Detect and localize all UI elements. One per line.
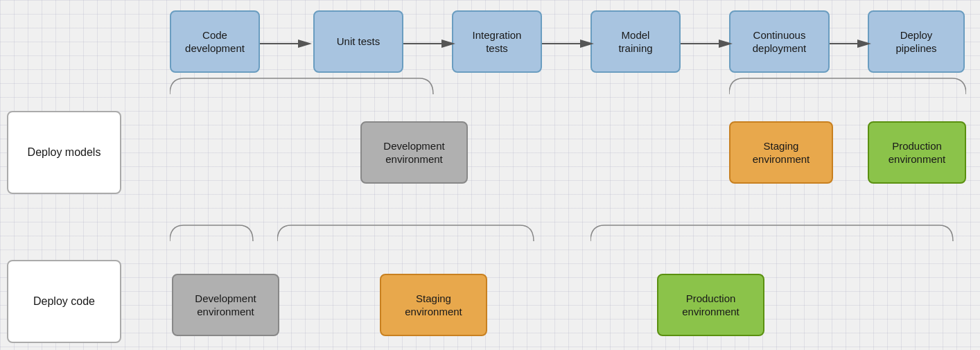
step-deploy-pipelines: Deploypipelines [868,10,965,73]
arrow-1 [260,38,315,49]
svg-marker-7 [719,40,733,48]
step-model-training: Modeltraining [590,10,681,73]
production-env-models: Production environment [868,121,966,184]
arrow-5 [830,38,873,49]
deploy-code-label: Deploy code [7,260,121,343]
dev-env-code: Development environment [172,274,279,336]
step-continuous-deployment: Continuousdeployment [729,10,830,73]
bracket-models-stagprod [729,75,966,96]
bracket-models-dev [170,75,683,96]
staging-env-code: Staging environment [380,274,487,336]
bracket-code-staging [277,222,548,243]
staging-env-models: Staging environment [729,121,833,184]
arrow-2 [403,38,459,49]
dev-env-models: Development environment [360,121,468,184]
diagram-canvas: Code development Unit tests Integrationt… [0,0,980,350]
bracket-code-dev [170,222,267,243]
production-env-code: Production environment [657,274,764,336]
svg-marker-5 [580,40,594,48]
svg-marker-9 [857,40,871,48]
step-unit-tests: Unit tests [313,10,403,73]
svg-marker-1 [298,40,312,48]
step-integration-tests: Integrationtests [452,10,542,73]
svg-marker-3 [441,40,455,48]
arrow-4 [681,38,736,49]
bracket-code-production [590,222,967,243]
step-code-development: Code development [170,10,260,73]
deploy-models-label: Deploy models [7,111,121,194]
arrow-3 [542,38,597,49]
